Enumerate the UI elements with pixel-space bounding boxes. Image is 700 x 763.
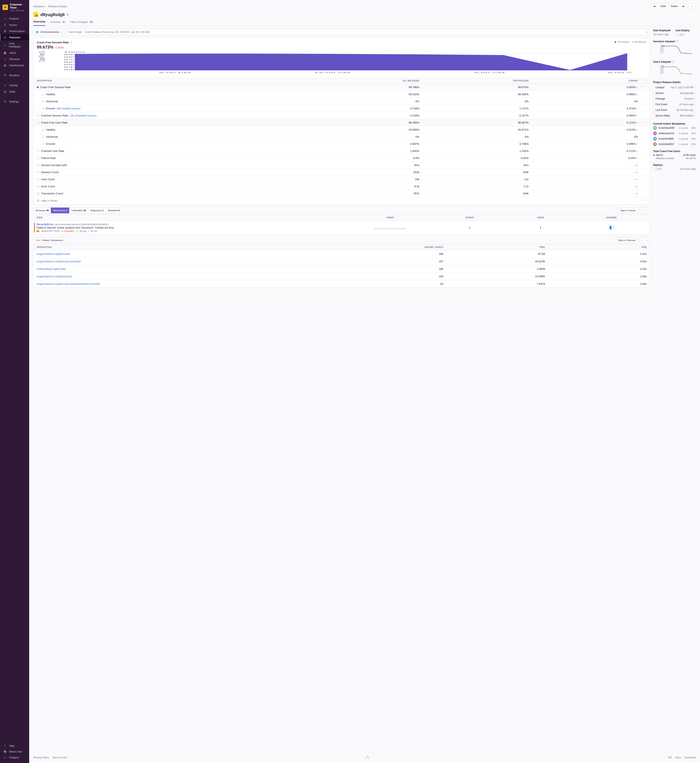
last-button[interactable]: ⏭	[680, 3, 687, 9]
sidebar-item-help[interactable]: ?Help	[0, 743, 29, 749]
org-switcher[interactable]: Empower Plant▾ Jane Schmidt	[0, 0, 29, 14]
breadcrumb-root[interactable]: Releases	[33, 5, 45, 8]
details-row: First Event16 hours ago	[653, 102, 695, 107]
sidebar-item-performance[interactable]: ⚡Performance	[0, 28, 29, 34]
metric-all: 0%	[310, 100, 419, 103]
next-page-button[interactable]: ›	[644, 208, 650, 213]
transaction-link[interactable]: /onboarding/:orgId/:step/	[36, 267, 342, 270]
issue-tab-resolved[interactable]: Resolved 0	[106, 208, 122, 213]
sidebar-item-releases[interactable]: ◫Releases	[0, 34, 29, 41]
details-value[interactable]: 899 artifacts	[680, 114, 694, 117]
docs-link[interactable]: Docs	[675, 756, 681, 759]
metric-name: Crash Free User Rate	[41, 121, 67, 124]
metric-change: —	[528, 164, 638, 167]
issue-tab-unhandled[interactable]: Unhandled 26	[69, 208, 88, 213]
col-events: EVENTS	[434, 216, 505, 219]
older-button[interactable]: Older	[658, 3, 669, 9]
prev-page-button[interactable]: ‹	[639, 238, 645, 243]
sidebar-item-whatsnew[interactable]: 📡What's new	[0, 749, 29, 755]
chevron-up-icon[interactable]: ⌃	[638, 86, 646, 89]
issue-name[interactable]: SecurityError	[36, 223, 54, 226]
sidebar-item-stats[interactable]: ▥Stats	[0, 88, 29, 95]
environment-filter[interactable]: 🌐 All Environments ▾	[33, 29, 64, 35]
metric-row: Error Count4.3k2.1k—	[34, 183, 650, 190]
details-key: Package	[655, 97, 665, 100]
hide-others-toggle[interactable]: ☰Hide 4 Others ⌃	[34, 197, 650, 205]
sidebar-item-projects[interactable]: ▢Projects	[0, 16, 29, 22]
issue-tab-all[interactable]: All Issues 90	[33, 208, 51, 213]
open-in-issues-button[interactable]: Open in Issues	[618, 208, 638, 213]
sidebar-item-activity[interactable]: ≡Activity	[0, 82, 29, 88]
deploy-env-badge[interactable]: prod	[675, 33, 685, 36]
metric-change: 0.566% ↓	[528, 93, 638, 96]
status-ring-icon	[37, 150, 39, 152]
sentry-logo	[3, 5, 8, 10]
chevron-up-icon[interactable]: ⌃	[638, 121, 646, 124]
tab-commits[interactable]: Commits4	[50, 20, 66, 26]
metric-change: 0.473% ↑	[528, 107, 638, 110]
help-icon[interactable]: ?	[676, 40, 678, 43]
transaction-link[interactable]: /organizations/:orgId/issues/:groupId/	[36, 260, 342, 263]
sidebar-item-collapse[interactable]: ⇤Collapse	[0, 755, 29, 760]
privacy-link[interactable]: Privacy Policy	[33, 756, 49, 759]
metric-link[interactable]: (26 unhandled issues)	[70, 114, 97, 117]
tab-files[interactable]: Files Changed11	[70, 20, 94, 26]
sidebar-item-issues[interactable]: ☰Issues	[0, 22, 29, 28]
author-pct: 25%	[691, 143, 696, 145]
deploy-env-badge[interactable]: prod	[653, 167, 663, 170]
metric-link[interactable]: (68 handled issues)	[57, 107, 80, 110]
sidebar-item-discover[interactable]: ⬡Discover	[0, 56, 29, 62]
author-pct: 25%	[691, 132, 696, 134]
open-in-discover-button[interactable]: Open in Discover	[616, 238, 638, 243]
sidebar-item-alerts[interactable]: 🔔Alerts	[0, 50, 29, 56]
legend-all-releases[interactable]: All Releases	[632, 41, 646, 43]
more-button[interactable]: ⋯	[689, 3, 696, 9]
transaction-filter[interactable]: Filter: Failing Transactions ▾	[33, 238, 67, 243]
next-page-button[interactable]: ›	[644, 238, 650, 243]
status-ring-icon	[37, 185, 39, 188]
chevron-down-icon: ▾	[613, 227, 614, 228]
chevron-down-icon: ▾	[61, 31, 62, 33]
details-key: Created	[655, 86, 664, 89]
details-value: d8yug8sdg6	[680, 92, 694, 95]
author-name[interactable]: whiteswan331	[659, 132, 677, 135]
metric-row: Transaction Count457k194k—	[34, 190, 650, 197]
details-key: First Event	[655, 103, 667, 106]
tx-p50: 1.58s	[545, 275, 647, 278]
metric-this: 0.63%	[419, 156, 529, 159]
tab-overview[interactable]: Overview	[33, 20, 45, 26]
prev-page-button[interactable]: ‹	[639, 208, 645, 213]
daterange-filter[interactable]: Date Range: Entire Release Period (Apr 0…	[66, 29, 650, 35]
author-name[interactable]: brownbear646	[659, 127, 677, 130]
sidebar-item-dashboards[interactable]: ▦Dashboards	[0, 62, 29, 68]
author-name[interactable]: ticklishbird837	[659, 143, 677, 145]
contribute-link[interactable]: Contribute	[684, 756, 696, 759]
collapse-icon: ⇤	[3, 756, 7, 759]
metric-all: 0.234%	[310, 114, 419, 117]
sidebar-item-userfeedback[interactable]: ☺User Feedback	[0, 41, 29, 50]
copy-icon[interactable]: ⧉	[67, 13, 69, 16]
issue-tab-new[interactable]: New Issues 1	[51, 208, 69, 213]
help-icon[interactable]: ?	[672, 60, 674, 63]
sidebar-item-settings[interactable]: ⚙Settings	[0, 99, 29, 105]
tou-link[interactable]: Terms of Use	[52, 756, 67, 759]
metric-row: Errored (68 handled issues)0.744%1.217%0…	[34, 105, 650, 112]
status-ring-icon	[37, 171, 39, 174]
assignee-picker[interactable]: 👤▾	[608, 225, 614, 230]
sidebar-item-monitors[interactable]: ⚗Monitors	[0, 72, 29, 78]
issue-row[interactable]: SecurityError getCookie(data:text/html,%…	[34, 220, 650, 235]
svg-text:0: 0	[661, 53, 661, 55]
author-name[interactable]: brownbird866	[659, 137, 677, 140]
newer-button[interactable]: Newer	[668, 3, 680, 9]
api-link[interactable]: API	[668, 756, 672, 759]
first-button[interactable]: ⏮	[651, 3, 658, 9]
transaction-link[interactable]: /organizations/:orgId/projects/	[36, 275, 342, 278]
help-icon[interactable]: ?	[70, 41, 73, 44]
issue-events: 1	[434, 226, 505, 229]
transaction-link[interactable]: /organizations/:orgId/issues/:groupId/ev…	[36, 282, 342, 285]
transaction-link[interactable]: /organizations/:orgId/issues/	[36, 252, 342, 255]
legend-this-release[interactable]: This Release	[615, 41, 629, 43]
chevron-right-icon: ›	[46, 5, 47, 8]
issue-tab-regressed[interactable]: Regressed 1	[88, 208, 106, 213]
metric-name: Abnormal	[46, 135, 58, 138]
